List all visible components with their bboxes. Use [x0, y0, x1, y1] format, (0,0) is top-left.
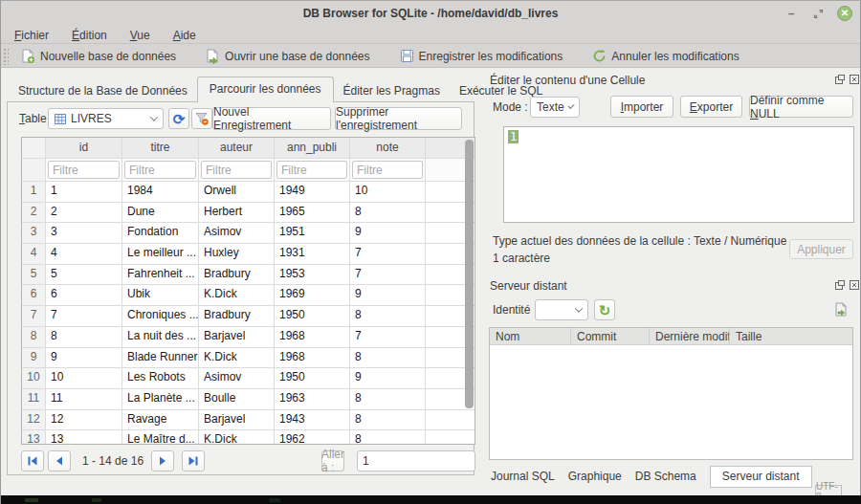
cell-ann-publi[interactable]: 1931 — [275, 244, 350, 265]
set-null-button[interactable]: Définir comme NULL — [749, 96, 853, 118]
cell-note[interactable]: 8 — [350, 348, 426, 369]
cell-id[interactable]: 13 — [46, 430, 122, 445]
menu-vue[interactable]: Vue — [121, 28, 160, 43]
import-button[interactable]: Importer — [610, 96, 673, 118]
export-button[interactable]: Exporter — [680, 96, 742, 118]
row-number[interactable]: 1 — [22, 182, 46, 203]
new-record-button[interactable]: Nouvel Enregistrement — [212, 107, 331, 130]
tab-pragmas[interactable]: Éditer les Pragmas — [334, 80, 450, 102]
next-page-button[interactable] — [151, 450, 174, 471]
cell-titre[interactable]: Blade Runner — [122, 348, 199, 369]
row-number[interactable]: 2 — [22, 203, 46, 224]
cell-note[interactable]: 9 — [350, 285, 426, 306]
toolbar-drag-handle[interactable] — [3, 48, 9, 65]
cell-titre[interactable]: Fahrenheit ... — [122, 265, 199, 286]
row-number[interactable]: 13 — [22, 430, 46, 445]
cell-id[interactable]: 12 — [46, 410, 122, 431]
cell-auteur[interactable]: Barjavel — [199, 327, 275, 348]
cell-note[interactable]: 10 — [350, 182, 426, 203]
cell-ann-publi[interactable]: 1949 — [275, 182, 350, 203]
cell-id[interactable]: 4 — [46, 244, 122, 265]
previous-page-button[interactable] — [48, 450, 71, 471]
column-header-ann-publi[interactable]: ann_publi — [275, 138, 350, 159]
revert-changes-button[interactable]: Annuler les modifications — [585, 47, 746, 65]
cell-auteur[interactable]: Herbert — [199, 203, 275, 224]
cell-id[interactable]: 3 — [46, 223, 122, 244]
filter-input-auteur[interactable] — [201, 161, 272, 179]
cell-id[interactable]: 11 — [46, 389, 122, 410]
cell-auteur[interactable]: Bradbury — [199, 306, 275, 327]
cell-ann-publi[interactable]: 1951 — [275, 223, 350, 244]
cell-ann-publi[interactable]: 1965 — [275, 203, 350, 224]
cell-ann-publi[interactable]: 1963 — [275, 389, 350, 410]
cell-auteur[interactable]: K.Dick — [199, 348, 275, 369]
column-header-note[interactable]: note — [350, 138, 426, 159]
row-number[interactable]: 5 — [22, 265, 46, 286]
cell-titre[interactable]: La Planète ... — [122, 389, 199, 410]
cell-titre[interactable]: 1984 — [122, 182, 199, 203]
cell-ann-publi[interactable]: 1950 — [275, 368, 350, 389]
identity-select[interactable] — [535, 299, 588, 320]
cell-auteur[interactable]: K.Dick — [199, 285, 275, 306]
mode-select[interactable]: Texte — [530, 97, 580, 118]
cell-titre[interactable]: Ravage — [122, 410, 199, 431]
reload-remote-button[interactable]: ↻ — [594, 299, 615, 320]
cell-note[interactable]: 7 — [350, 265, 426, 286]
menu-edition[interactable]: Édition — [62, 28, 117, 43]
cell-id[interactable]: 8 — [46, 327, 122, 348]
cell-auteur[interactable]: Barjavel — [199, 410, 275, 431]
cell-note[interactable]: 7 — [350, 244, 426, 265]
cell-note[interactable]: 8 — [350, 430, 426, 445]
row-number[interactable]: 6 — [22, 285, 46, 306]
cell-titre[interactable]: Ubik — [122, 285, 199, 306]
row-number[interactable]: 12 — [22, 410, 46, 431]
remote-column-taille[interactable]: Taille — [730, 328, 852, 344]
last-page-button[interactable] — [182, 450, 205, 471]
cell-titre[interactable]: Les Robots — [122, 368, 199, 389]
tab-graphique[interactable]: Graphique — [568, 470, 622, 483]
remote-column-commit[interactable]: Commit — [571, 328, 650, 344]
cell-ann-publi[interactable]: 1962 — [275, 430, 350, 445]
tab-journal-sql[interactable]: Journal SQL — [491, 470, 555, 483]
goto-button[interactable]: Aller à : — [321, 450, 344, 471]
filter-input-id[interactable] — [48, 161, 120, 179]
menu-fichier[interactable]: Fichier — [5, 28, 58, 43]
cell-id[interactable]: 7 — [46, 306, 122, 327]
column-header-id[interactable]: id — [46, 138, 122, 159]
cell-auteur[interactable]: Asimov — [199, 223, 275, 244]
cell-auteur[interactable]: Bradbury — [199, 265, 275, 286]
cell-note[interactable]: 8 — [350, 203, 426, 224]
cell-content-editor[interactable]: 1 — [503, 126, 854, 223]
row-number[interactable]: 3 — [22, 223, 46, 244]
cell-auteur[interactable]: Orwell — [199, 182, 275, 203]
new-database-button[interactable]: Nouvelle base de données — [13, 47, 184, 66]
cell-id[interactable]: 2 — [46, 203, 122, 224]
row-number[interactable]: 11 — [22, 389, 46, 410]
cell-auteur[interactable]: Asimov — [199, 368, 275, 389]
grid-vertical-scrollbar[interactable] — [465, 140, 474, 408]
goto-input[interactable] — [357, 450, 475, 471]
cell-ann-publi[interactable]: 1969 — [275, 285, 350, 306]
cell-titre[interactable]: Chroniques ... — [122, 306, 199, 327]
first-page-button[interactable] — [21, 450, 44, 471]
tab-browse-data[interactable]: Parcourir les données — [197, 77, 334, 102]
filter-input-note[interactable] — [352, 161, 423, 179]
cell-ann-publi[interactable]: 1968 — [275, 348, 350, 369]
cell-titre[interactable]: Dune — [122, 203, 199, 224]
cell-id[interactable]: 1 — [46, 182, 122, 203]
cell-id[interactable]: 5 — [46, 265, 122, 286]
cell-auteur[interactable]: K.Dick — [199, 430, 275, 445]
row-number[interactable]: 7 — [22, 306, 46, 327]
cell-ann-publi[interactable]: 1943 — [275, 410, 350, 431]
row-number[interactable]: 9 — [22, 348, 46, 369]
clone-database-button[interactable] — [830, 299, 851, 320]
close-button[interactable]: ✕ — [837, 6, 852, 21]
row-number[interactable]: 10 — [22, 368, 46, 389]
cell-id[interactable]: 10 — [46, 368, 122, 389]
filter-input-titre[interactable] — [124, 161, 196, 179]
cell-note[interactable]: 9 — [350, 368, 426, 389]
column-header-auteur[interactable]: auteur — [199, 138, 275, 159]
cell-titre[interactable]: Fondation — [122, 223, 199, 244]
titlebar[interactable]: DB Browser for SQLite - /home/david/db_l… — [1, 1, 860, 26]
cell-note[interactable]: 9 — [350, 223, 426, 244]
